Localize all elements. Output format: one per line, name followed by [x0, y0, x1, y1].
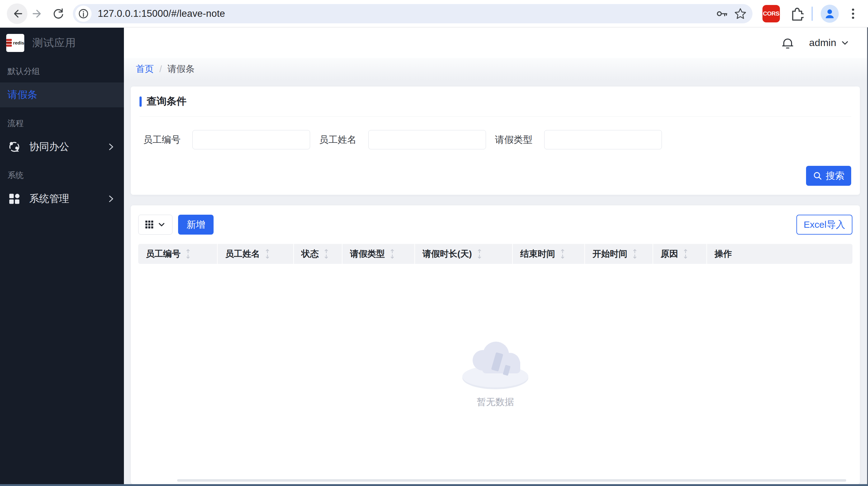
chevron-down-icon [158, 221, 166, 229]
table-toolbar: 新增 Excel导入 [138, 215, 852, 235]
extensions-area: CORS [758, 5, 861, 23]
employee-name-input[interactable] [368, 130, 486, 149]
field-label: 请假类型 [494, 133, 532, 146]
puzzle-icon [788, 6, 804, 22]
search-row: 搜索 [140, 166, 851, 195]
column-label: 结束时间 [520, 248, 555, 260]
forward-button[interactable] [27, 3, 48, 24]
column-label: 员工姓名 [225, 248, 260, 260]
sort-icon[interactable] [186, 249, 190, 259]
column-settings-button[interactable] [138, 215, 173, 235]
column-header-start-time[interactable]: 开始时间 [585, 244, 653, 264]
breadcrumb-home-link[interactable]: 首页 [136, 63, 154, 75]
sort-icon[interactable] [683, 249, 688, 259]
app-brand: redis 测试应用 [0, 28, 124, 58]
notifications-button[interactable] [780, 36, 795, 50]
column-header-reason[interactable]: 原因 [653, 244, 706, 264]
table-card: 新增 Excel导入 员工编号 员工姓名 状态 请假类型 请假时长(天) 结束时… [131, 205, 860, 484]
breadcrumb: 首页 / 请假条 [124, 58, 868, 80]
column-label: 原因 [661, 248, 678, 260]
sidebar-group-default: 默认分组 [0, 66, 124, 77]
sort-icon[interactable] [560, 249, 565, 259]
screen: 127.0.0.1:15000/#/leave-note CORS [0, 0, 868, 486]
empty-state-text: 暂无数据 [477, 396, 514, 409]
site-info-button[interactable] [75, 6, 92, 22]
sidebar-item-system-management[interactable]: 系统管理 [0, 186, 124, 211]
browser-menu-button[interactable] [847, 6, 859, 21]
table-body: 暂无数据 [138, 264, 852, 484]
sidebar-group-process: 流程 [0, 118, 124, 129]
query-fields-row: 员工编号 员工姓名 请假类型 [140, 130, 851, 149]
url-bar[interactable]: 127.0.0.1:15000/#/leave-note [73, 4, 752, 23]
bookmark-button[interactable] [731, 5, 749, 23]
search-button-label: 搜索 [826, 169, 845, 182]
star-icon [734, 7, 747, 20]
arrow-right-icon [31, 7, 44, 20]
empty-cloud-illustration [448, 330, 542, 393]
empty-state: 暂无数据 [138, 264, 852, 484]
column-header-employee-id[interactable]: 员工编号 [138, 244, 217, 264]
search-button[interactable]: 搜索 [806, 166, 851, 186]
sort-icon[interactable] [265, 249, 270, 259]
bell-icon [780, 36, 795, 50]
search-icon [813, 171, 822, 181]
column-header-leave-duration[interactable]: 请假时长(天) [415, 244, 512, 264]
column-label: 开始时间 [592, 248, 627, 260]
column-label: 状态 [301, 248, 319, 260]
sidebar: redis 测试应用 默认分组 请假条 流程 协同办公 [0, 28, 124, 484]
sidebar-menu: 默认分组 请假条 流程 协同办公 系统 [0, 58, 124, 484]
toolbar-divider [812, 6, 813, 21]
sort-icon[interactable] [632, 249, 637, 259]
employee-id-input[interactable] [192, 130, 310, 149]
column-header-end-time[interactable]: 结束时间 [513, 244, 584, 264]
column-label: 员工编号 [146, 248, 181, 260]
cors-extension-icon[interactable]: CORS [763, 5, 780, 23]
field-leave-type: 请假类型 [494, 130, 670, 149]
excel-import-button[interactable]: Excel导入 [796, 215, 852, 235]
field-employee-name: 员工姓名 [318, 130, 494, 149]
window-bottom-edge [0, 484, 868, 486]
back-button[interactable] [7, 3, 27, 24]
sidebar-item-leave-note[interactable]: 请假条 [0, 83, 124, 107]
column-label: 请假类型 [350, 248, 385, 260]
url-text: 127.0.0.1:15000/#/leave-note [98, 8, 225, 19]
reload-button[interactable] [48, 3, 68, 24]
logo-text: redis [13, 40, 24, 45]
key-icon [716, 7, 729, 20]
leave-type-input[interactable] [544, 130, 662, 149]
sort-icon[interactable] [477, 249, 482, 259]
app-logo: redis [6, 34, 24, 52]
breadcrumb-separator: / [159, 64, 162, 74]
column-header-leave-type[interactable]: 请假类型 [342, 244, 414, 264]
horizontal-scrollbar[interactable] [177, 479, 846, 482]
column-header-status[interactable]: 状态 [294, 244, 342, 264]
person-icon [824, 7, 836, 20]
query-card-title: 查询条件 [147, 95, 186, 108]
extensions-button[interactable] [788, 6, 804, 22]
breadcrumb-current: 请假条 [167, 63, 194, 75]
profile-avatar[interactable] [821, 5, 839, 23]
column-header-actions: 操作 [707, 244, 852, 264]
kebab-menu-icon [847, 6, 859, 21]
sidebar-item-label: 系统管理 [29, 192, 107, 206]
column-header-employee-name[interactable]: 员工姓名 [218, 244, 293, 264]
page-body: 查询条件 员工编号 员工姓名 请假类型 [124, 80, 868, 484]
sidebar-group-system: 系统 [0, 170, 124, 181]
add-button[interactable]: 新增 [178, 215, 214, 235]
password-manager-button[interactable] [713, 5, 731, 23]
grid-3x3-icon [145, 220, 154, 229]
info-icon [78, 8, 89, 19]
chevron-down-icon [841, 39, 849, 47]
sort-icon[interactable] [390, 249, 395, 259]
app-title: 测试应用 [32, 36, 76, 50]
field-label: 员工姓名 [318, 133, 356, 146]
sort-icon[interactable] [324, 249, 329, 259]
column-label: 请假时长(天) [423, 248, 472, 260]
column-label: 操作 [714, 248, 732, 260]
field-employee-id: 员工编号 [142, 130, 318, 149]
content-area: admin 首页 / 请假条 查询条件 员工 [124, 28, 868, 484]
sidebar-item-collaboration[interactable]: 协同办公 [0, 134, 124, 159]
user-menu[interactable]: admin [809, 37, 849, 48]
sidebar-item-label: 请假条 [7, 88, 115, 102]
apps-grid-icon [7, 193, 21, 205]
